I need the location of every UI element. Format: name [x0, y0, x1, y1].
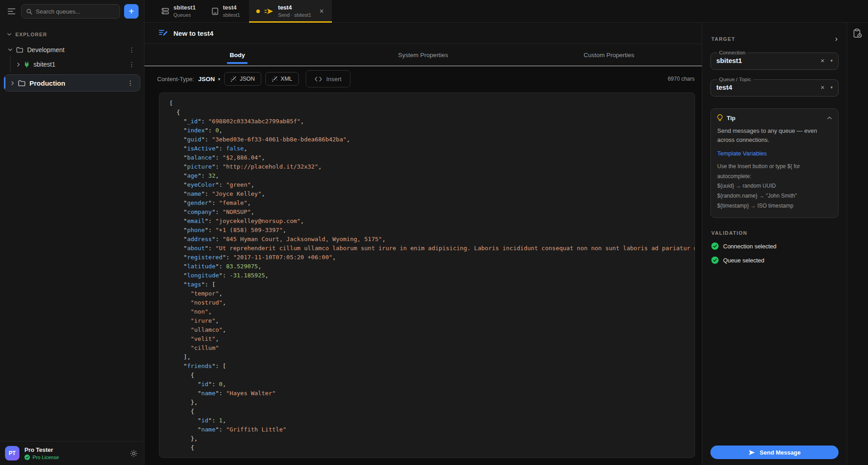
- explorer-tree: Development ⋮ sbitest1 ⋮: [0, 43, 144, 92]
- search-placeholder: Search queues...: [36, 8, 80, 15]
- sidebar-header: Search queues... +: [0, 0, 144, 23]
- char-count: 6970 chars: [668, 76, 695, 82]
- sidebar-item-development[interactable]: Development ⋮: [3, 43, 141, 57]
- validation-row: Connection selected: [710, 242, 839, 250]
- chevron-down-icon: [8, 48, 12, 51]
- caret-down-icon[interactable]: ▾: [830, 85, 833, 90]
- tab-custom-properties[interactable]: Custom Properties: [516, 44, 702, 66]
- kebab-menu-icon[interactable]: ⋮: [127, 61, 137, 68]
- tab-subtitle: Queues: [173, 12, 196, 18]
- queue-label: Queue / Topic: [717, 77, 753, 82]
- code-area[interactable]: [ { "_id": "698802c03343abc2799ab85f", "…: [159, 93, 695, 457]
- user-bar: PT Pro Tester Pro License: [0, 441, 144, 465]
- clipboard-clock-icon[interactable]: [853, 29, 862, 39]
- message-header: New to test4: [144, 23, 702, 44]
- sidebar-item-label: Development: [27, 46, 65, 53]
- tip-hints: Use the Insert button or type ${ for aut…: [717, 162, 832, 211]
- kebab-menu-icon[interactable]: ⋮: [127, 46, 137, 53]
- plus-icon: +: [129, 7, 134, 16]
- send-message-button[interactable]: Send Message: [710, 446, 839, 459]
- sidebar-collapse-icon[interactable]: [5, 5, 17, 17]
- tab-sbitest1-queues[interactable]: sbitest1 Queues: [154, 0, 203, 22]
- tab-test4-send[interactable]: test4 Send · sbitest1 ×: [249, 0, 332, 22]
- queue-value: test4: [716, 83, 732, 91]
- gear-icon[interactable]: [130, 450, 138, 457]
- explorer-header[interactable]: EXPLORER: [0, 23, 144, 43]
- close-icon[interactable]: ×: [318, 7, 324, 15]
- message-tabs: Body System Properties Custom Properties: [144, 44, 702, 66]
- tab-test4-queue[interactable]: test4 sbitest1: [205, 0, 247, 22]
- app-window: Search queues... + EXPLORER Development …: [0, 0, 868, 465]
- chevron-right-icon[interactable]: ›: [835, 35, 838, 43]
- tab-subtitle: sbitest1: [223, 12, 240, 18]
- queue-field[interactable]: Queue / Topic test4 × ▾: [710, 77, 839, 97]
- tab-body[interactable]: Body: [144, 44, 330, 66]
- content-type-value: JSON: [198, 76, 215, 82]
- format-json-label: JSON: [240, 76, 254, 82]
- content-type-label: Content-Type:: [157, 76, 194, 82]
- check-circle-icon: [24, 455, 30, 460]
- sidebar-item-sbitest1[interactable]: sbitest1 ⋮: [3, 57, 141, 72]
- chevron-up-icon[interactable]: [827, 116, 832, 119]
- tab-title: test4: [278, 5, 311, 11]
- sidebar-item-label: Production: [29, 79, 65, 87]
- kebab-menu-icon[interactable]: ⋮: [125, 79, 135, 87]
- editor-zone: Content-Type: JSON ▾ JSON: [144, 66, 702, 465]
- main-panel: New to test4 Body System Properties Cust…: [144, 23, 702, 465]
- content-type-select[interactable]: JSON ▾: [198, 76, 221, 82]
- insert-label: Insert: [326, 76, 342, 82]
- validation-title: VALIDATION: [710, 230, 839, 236]
- target-header: TARGET ›: [710, 23, 839, 50]
- format-xml-button[interactable]: XML: [265, 72, 299, 86]
- chevron-down-icon: [7, 33, 11, 36]
- connection-value: sbitest1: [716, 57, 742, 64]
- add-connection-button[interactable]: +: [124, 4, 139, 19]
- license-badge: Pro License: [24, 455, 59, 460]
- template-variables-link[interactable]: Template Variables: [717, 150, 767, 157]
- sidebar-item-production[interactable]: Production ⋮: [4, 74, 140, 92]
- lightbulb-icon: [717, 114, 723, 121]
- explorer-label: EXPLORER: [15, 32, 47, 37]
- tab-system-properties[interactable]: System Properties: [330, 44, 516, 66]
- avatar: PT: [5, 446, 19, 460]
- user-meta: Pro Tester Pro License: [24, 446, 59, 460]
- clear-icon[interactable]: ×: [820, 57, 825, 64]
- folder-icon: [18, 80, 25, 86]
- sidebar-item-label: sbitest1: [34, 61, 55, 68]
- queue-icon: [212, 8, 218, 15]
- clear-icon[interactable]: ×: [820, 83, 825, 91]
- tab-bar: sbitest1 Queues test4 sbitest1: [144, 0, 868, 23]
- connection-field[interactable]: Connection sbitest1 × ▾: [710, 50, 839, 70]
- tip-box: Tip Send messages to any queue — even ac…: [710, 108, 839, 218]
- tip-title: Tip: [727, 115, 735, 121]
- tab-title: sbitest1: [173, 5, 196, 11]
- right-rail: [847, 23, 868, 465]
- format-json-button[interactable]: JSON: [224, 72, 261, 86]
- tip-hint-line: ${uuid} → random UUID: [717, 181, 832, 191]
- editor-toolbar: Content-Type: JSON ▾ JSON: [144, 66, 702, 92]
- search-input[interactable]: Search queues...: [21, 4, 120, 19]
- center-column: sbitest1 Queues test4 sbitest1: [144, 0, 868, 465]
- tip-hint-line: ${random.name} → "John Smith": [717, 191, 832, 201]
- sidebar: Search queues... + EXPLORER Development …: [0, 0, 144, 465]
- tab-title: test4: [223, 5, 240, 11]
- insert-button[interactable]: Insert: [306, 70, 351, 87]
- body-editor[interactable]: [ { "_id": "698802c03343abc2799ab85f", "…: [159, 92, 695, 458]
- page-title: New to test4: [173, 29, 213, 37]
- connection-label: Connection: [717, 50, 748, 55]
- code-brackets-icon: [315, 77, 322, 82]
- format-xml-label: XML: [281, 76, 293, 82]
- folder-icon: [16, 47, 23, 53]
- validation-label: Connection selected: [723, 243, 777, 250]
- unsaved-dot-icon: [256, 10, 260, 13]
- search-icon: [26, 9, 32, 15]
- wand-icon: [230, 76, 236, 82]
- validation-label: Queue selected: [723, 257, 764, 264]
- caret-down-icon[interactable]: ▾: [830, 58, 833, 63]
- license-label: Pro License: [33, 455, 59, 460]
- validation-row: Queue selected: [710, 257, 839, 264]
- check-circle-icon: [711, 257, 719, 264]
- chevron-right-icon: [17, 63, 20, 67]
- send-message-label: Send Message: [760, 449, 801, 456]
- tab-subtitle: Send · sbitest1: [278, 12, 311, 18]
